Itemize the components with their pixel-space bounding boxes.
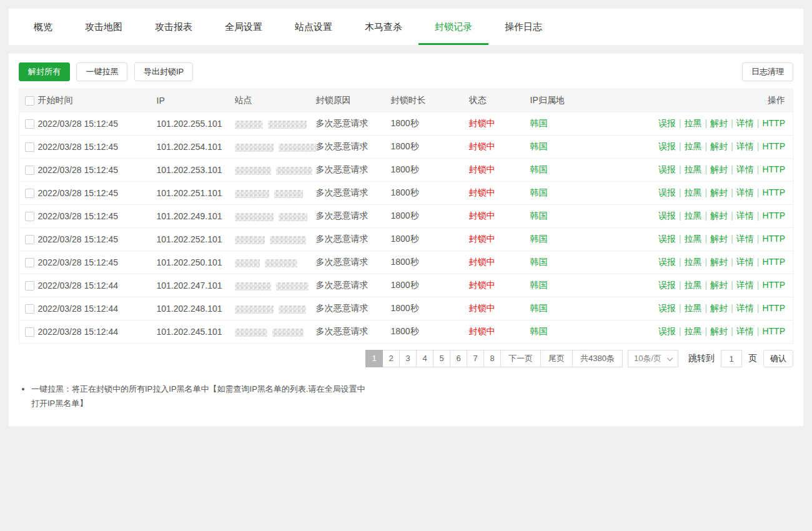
unblock-link[interactable]: 解封 — [710, 141, 728, 151]
blacklist-all-button[interactable]: 一键拉黑 — [76, 62, 127, 81]
row-checkbox[interactable] — [25, 189, 34, 198]
row-checkbox[interactable] — [25, 258, 34, 267]
misreport-link[interactable]: 误报 — [658, 280, 676, 290]
page-number-button[interactable]: 6 — [450, 350, 467, 367]
row-checkbox[interactable] — [25, 281, 34, 290]
http-link[interactable]: HTTP — [762, 141, 785, 151]
page-number-button[interactable]: 8 — [483, 350, 501, 367]
tab-overview[interactable]: 概览 — [17, 9, 69, 45]
row-checkbox[interactable] — [25, 304, 34, 314]
row-checkbox[interactable] — [25, 327, 34, 337]
cell-start-time: 2022/03/28 15:12:44 — [38, 320, 157, 344]
row-checkbox[interactable] — [25, 142, 34, 152]
http-link[interactable]: HTTP — [762, 326, 785, 336]
misreport-link[interactable]: 误报 — [658, 303, 676, 313]
details-link[interactable]: 详情 — [736, 257, 754, 267]
details-link[interactable]: 详情 — [736, 326, 754, 336]
action-separator: | — [679, 164, 681, 174]
page-number-button[interactable]: 2 — [382, 350, 400, 367]
misreport-link[interactable]: 误报 — [658, 164, 676, 174]
jump-page-input[interactable] — [721, 350, 742, 367]
unblock-link[interactable]: 解封 — [710, 257, 728, 267]
misreport-link[interactable]: 误报 — [658, 187, 676, 197]
cell-site-masked — [235, 112, 316, 136]
unblock-link[interactable]: 解封 — [710, 187, 728, 197]
cell-duration: 1800秒 — [391, 251, 469, 274]
page-number-button[interactable]: 1 — [365, 350, 383, 367]
misreport-link[interactable]: 误报 — [658, 118, 676, 128]
http-link[interactable]: HTTP — [762, 303, 785, 313]
unblock-link[interactable]: 解封 — [710, 280, 728, 290]
next-page-button[interactable]: 下一页 — [500, 350, 541, 367]
row-checkbox[interactable] — [25, 212, 34, 221]
misreport-link[interactable]: 误报 — [658, 326, 676, 336]
page-size-select[interactable]: 10条/页 — [628, 350, 678, 367]
details-link[interactable]: 详情 — [736, 141, 754, 151]
misreport-link[interactable]: 误报 — [658, 141, 676, 151]
page-number-button[interactable]: 5 — [433, 350, 450, 367]
page-number-button[interactable]: 3 — [399, 350, 417, 367]
tab-global-settings[interactable]: 全局设置 — [209, 9, 279, 45]
last-page-button[interactable]: 尾页 — [540, 350, 573, 367]
details-link[interactable]: 详情 — [736, 303, 754, 313]
cell-actions: 误报|拉黑|解封|详情|HTTP — [650, 182, 793, 205]
row-checkbox[interactable] — [25, 235, 34, 244]
details-link[interactable]: 详情 — [736, 234, 754, 244]
details-link[interactable]: 详情 — [736, 118, 754, 128]
blacklist-link[interactable]: 拉黑 — [685, 326, 702, 336]
blacklist-link[interactable]: 拉黑 — [685, 187, 702, 197]
select-all-checkbox[interactable] — [25, 96, 34, 106]
row-checkbox[interactable] — [25, 119, 34, 129]
http-link[interactable]: HTTP — [762, 280, 785, 290]
misreport-link[interactable]: 误报 — [658, 234, 676, 244]
unblock-link[interactable]: 解封 — [710, 303, 728, 313]
blacklist-link[interactable]: 拉黑 — [685, 257, 702, 267]
log-clean-button[interactable]: 日志清理 — [742, 62, 793, 81]
action-separator: | — [679, 141, 681, 151]
http-link[interactable]: HTTP — [762, 118, 785, 128]
http-link[interactable]: HTTP — [762, 164, 785, 174]
misreport-link[interactable]: 误报 — [658, 257, 676, 267]
confirm-jump-button[interactable]: 确认 — [763, 350, 793, 367]
page-number-button[interactable]: 7 — [467, 350, 484, 367]
tab-site-settings[interactable]: 站点设置 — [279, 9, 349, 45]
blacklist-link[interactable]: 拉黑 — [685, 234, 702, 244]
unblock-link[interactable]: 解封 — [710, 234, 728, 244]
export-blocked-ip-button[interactable]: 导出封锁IP — [134, 62, 193, 81]
cell-duration: 1800秒 — [391, 112, 469, 136]
cell-ip: 101.202.247.101 — [157, 274, 235, 297]
unblock-link[interactable]: 解封 — [710, 164, 728, 174]
cell-location: 韩国 — [530, 297, 650, 320]
unblock-link[interactable]: 解封 — [710, 211, 728, 221]
blacklist-link[interactable]: 拉黑 — [685, 164, 702, 174]
details-link[interactable]: 详情 — [736, 280, 754, 290]
misreport-link[interactable]: 误报 — [658, 211, 676, 221]
http-link[interactable]: HTTP — [762, 257, 785, 267]
blacklist-link[interactable]: 拉黑 — [685, 280, 702, 290]
tab-trojan-scan[interactable]: 木马查杀 — [349, 9, 418, 45]
http-link[interactable]: HTTP — [762, 187, 785, 197]
unblock-link[interactable]: 解封 — [710, 118, 728, 128]
action-separator: | — [679, 303, 681, 313]
details-link[interactable]: 详情 — [736, 164, 754, 174]
blacklist-link[interactable]: 拉黑 — [685, 141, 702, 151]
page-number-button[interactable]: 4 — [416, 350, 433, 367]
unblock-all-button[interactable]: 解封所有 — [19, 62, 70, 81]
blacklist-link[interactable]: 拉黑 — [685, 211, 702, 221]
details-link[interactable]: 详情 — [736, 187, 754, 197]
tab-block-records[interactable]: 封锁记录 — [418, 9, 488, 45]
cell-reason: 多次恶意请求 — [316, 297, 391, 320]
masked-site-text — [235, 213, 274, 221]
row-checkbox[interactable] — [25, 166, 34, 175]
tab-operation-log[interactable]: 操作日志 — [488, 9, 558, 45]
tab-attack-map[interactable]: 攻击地图 — [69, 9, 139, 45]
action-separator: | — [705, 234, 708, 244]
action-separator: | — [757, 211, 760, 221]
blacklist-link[interactable]: 拉黑 — [685, 303, 702, 313]
details-link[interactable]: 详情 — [736, 211, 754, 221]
tab-attack-report[interactable]: 攻击报表 — [139, 9, 209, 45]
blacklist-link[interactable]: 拉黑 — [685, 118, 702, 128]
http-link[interactable]: HTTP — [762, 234, 785, 244]
unblock-link[interactable]: 解封 — [710, 326, 728, 336]
http-link[interactable]: HTTP — [762, 211, 785, 221]
